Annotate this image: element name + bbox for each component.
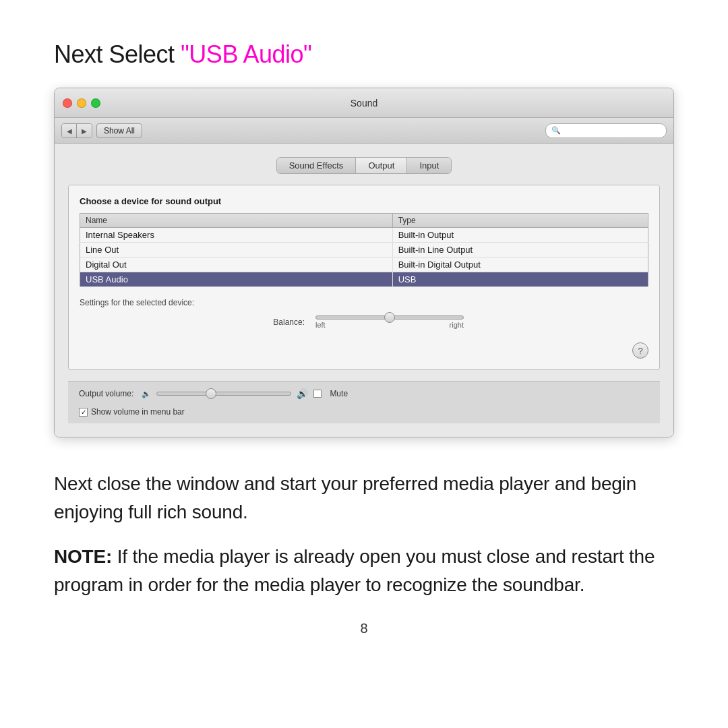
back-button[interactable]: ◀ [62,124,77,138]
page-heading: Next Select "USB Audio" [54,40,674,69]
device-table: Name Type Internal Speakers Built-in Out… [80,213,648,287]
volume-slider[interactable] [156,392,291,396]
section-label: Choose a device for sound output [80,196,648,206]
volume-bar: Output volume: 🔈 🔊 Mute [68,381,660,406]
volume-slider-thumb[interactable] [206,388,216,399]
device-name: Internal Speakers [80,228,393,243]
device-type: USB [392,272,648,287]
tab-group: Sound Effects Output Input [276,157,452,174]
device-name: Line Out [80,243,393,257]
table-row[interactable]: Digital Out Built-in Digital Output [80,257,648,272]
minimize-button[interactable] [77,98,86,108]
content-panel: Choose a device for sound output Name Ty… [68,185,660,370]
note-text: NOTE: If the media player is already ope… [54,543,674,599]
close-button[interactable] [63,98,72,108]
table-row-selected[interactable]: USB Audio USB [80,272,648,287]
mute-label: Mute [330,389,348,398]
show-volume-label: Show volume in menu bar [91,407,185,417]
tab-output[interactable]: Output [356,158,407,173]
tab-sound-effects[interactable]: Sound Effects [277,158,357,173]
device-type: Built-in Output [392,228,648,243]
help-button[interactable]: ? [632,342,648,359]
traffic-lights [63,98,100,108]
balance-label: Balance: [264,317,305,327]
window-title: Sound [351,98,377,109]
device-type: Built-in Digital Output [392,257,648,272]
forward-button[interactable]: ▶ [77,124,92,138]
device-name: Digital Out [80,257,393,272]
tab-input[interactable]: Input [407,158,451,173]
mac-window-body: Sound Effects Output Input Choose a devi… [55,144,673,437]
show-all-button[interactable]: Show All [96,123,142,138]
mac-window: Sound ◀ ▶ Show All 🔍 Sound Effects [54,88,674,437]
mute-checkbox[interactable] [313,390,322,398]
balance-control: Balance: left right [80,315,648,329]
page-content: Next Select "USB Audio" Sound ◀ ▶ Show A… [54,40,674,636]
volume-low-icon: 🔈 [142,390,151,398]
show-volume-checkbox[interactable]: ✓ [79,408,88,417]
col-type-header: Type [392,214,648,228]
page-number: 8 [54,621,674,636]
table-row[interactable]: Internal Speakers Built-in Output [80,228,648,243]
balance-slider-track[interactable] [315,315,464,320]
mac-toolbar: ◀ ▶ Show All 🔍 [55,118,673,144]
col-name-header: Name [80,214,393,228]
maximize-button[interactable] [91,98,100,108]
heading-highlight: "USB Audio" [181,40,311,68]
settings-label: Settings for the selected device: [80,298,648,307]
device-name: USB Audio [80,272,393,287]
tabs-container: Sound Effects Output Input [68,157,660,174]
heading-prefix: Next Select [54,40,181,68]
nav-buttons: ◀ ▶ [61,123,92,138]
volume-high-icon: 🔊 [297,388,308,399]
note-bold: NOTE: [54,546,112,567]
output-volume-label: Output volume: [79,389,133,398]
balance-slider-container: left right [315,315,464,329]
balance-right-label: right [450,321,464,329]
body-text: Next close the window and start your pre… [54,470,674,526]
device-type: Built-in Line Output [392,243,648,257]
search-bar[interactable]: 🔍 [545,123,667,138]
search-icon: 🔍 [551,126,561,135]
balance-left-label: left [315,321,326,329]
balance-slider-thumb[interactable] [384,312,395,323]
mac-titlebar: Sound [55,88,673,118]
note-content: If the media player is already open you … [54,546,655,595]
table-row[interactable]: Line Out Built-in Line Output [80,243,648,257]
